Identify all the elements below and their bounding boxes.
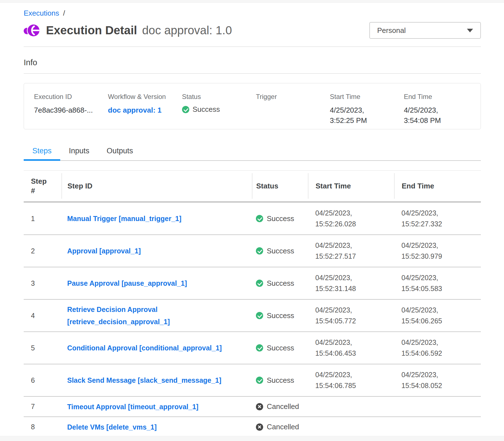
info-label: Status <box>182 93 249 101</box>
info-label: Execution ID <box>34 93 101 101</box>
info-field-end-time: End Time 4/25/2023, 3:54:08 PM <box>404 93 478 129</box>
step-start-time: 04/25/2023, 15:52:31.148 <box>308 272 369 294</box>
chevron-down-icon <box>467 29 473 32</box>
status-success-icon <box>256 215 263 222</box>
workflow-brand-icon <box>24 22 40 38</box>
page-bottom-strip <box>0 436 504 441</box>
col-header-start-time: Start Time <box>316 181 351 191</box>
page-title-workflow-version: doc approval: 1.0 <box>142 24 232 37</box>
table-row: 3 Pause Approval [pause_approval_1] Succ… <box>24 267 481 300</box>
status-success-icon <box>182 106 189 113</box>
start-time-value: 4/25/2023, 3:52:25 PM <box>330 105 390 126</box>
workflow-version-link[interactable]: doc approval: 1 <box>108 106 161 114</box>
status-success-icon <box>256 377 263 384</box>
info-label: Trigger <box>256 93 323 101</box>
info-card: Execution ID 7e8ac396-a868-... Workflow … <box>24 83 481 129</box>
col-header-end-time: End Time <box>402 181 434 191</box>
breadcrumb-separator: / <box>63 9 65 18</box>
table-row: 2 Approval [approval_1] Success 04/25/20… <box>24 235 481 267</box>
tab-steps[interactable]: Steps <box>24 143 60 161</box>
info-label: End Time <box>404 93 471 101</box>
step-number: 2 <box>24 247 62 255</box>
title-left: Execution Detail doc approval: 1.0 <box>24 22 232 38</box>
status-cancelled-icon <box>256 403 263 410</box>
table-row: 7 Timeout Approval [timeout_approval_1] … <box>24 397 481 417</box>
scope-dropdown-value: Personal <box>377 26 406 35</box>
detail-tabs: Steps Inputs Outputs <box>24 143 481 161</box>
step-id-link[interactable]: Slack Send Message [slack_send_message_1… <box>67 376 221 384</box>
breadcrumb-executions-link[interactable]: Executions <box>24 9 59 18</box>
col-header-status: Status <box>256 181 278 191</box>
col-header-step-id: Step ID <box>67 181 93 191</box>
steps-table-header: Step # Step ID Status Start Time End Tim… <box>24 170 481 203</box>
step-number: 6 <box>24 376 62 384</box>
info-field-status: Status Success <box>182 93 256 129</box>
table-row: 5 Conditional Approval [conditional_appr… <box>24 332 481 364</box>
page-title: Execution Detail doc approval: 1.0 <box>46 24 232 37</box>
execution-detail-page: Executions / Execution Detail doc approv… <box>0 9 504 437</box>
execution-id-value: 7e8ac396-a868-... <box>34 105 94 115</box>
page-title-main: Execution Detail <box>46 24 137 37</box>
step-id-link[interactable]: Timeout Approval [timeout_approval_1] <box>67 403 198 411</box>
tab-inputs[interactable]: Inputs <box>60 143 98 161</box>
step-status-label: Cancelled <box>267 423 299 431</box>
step-end-time: 04/25/2023, 15:54:06.265 <box>394 305 455 326</box>
step-start-time: 04/25/2023, 15:52:27.517 <box>308 240 369 262</box>
step-number: 7 <box>24 403 62 411</box>
table-row: 8 Delete VMs [delete_vms_1] Cancelled <box>24 417 481 437</box>
step-status-label: Success <box>267 279 294 288</box>
table-row: 4 Retrieve Decision Approval [retrieve_d… <box>24 300 481 332</box>
step-start-time: 04/25/2023, 15:54:06.785 <box>308 369 369 391</box>
table-row: 6 Slack Send Message [slack_send_message… <box>24 364 481 397</box>
step-end-time: 04/25/2023, 15:54:06.592 <box>394 337 455 359</box>
step-status-label: Success <box>267 214 294 223</box>
table-row: 1 Manual Trigger [manual_trigger_1] Succ… <box>24 203 481 235</box>
info-field-workflow-version: Workflow & Version doc approval: 1 <box>108 93 182 129</box>
step-id-link[interactable]: Delete VMs [delete_vms_1] <box>67 423 157 431</box>
title-divider <box>24 47 481 47</box>
info-label: Start Time <box>330 93 397 101</box>
step-start-time: 04/25/2023, 15:54:06.453 <box>308 337 369 359</box>
step-number: 8 <box>24 423 62 431</box>
step-id-link[interactable]: Retrieve Decision Approval [retrieve_dec… <box>67 306 170 326</box>
step-number: 4 <box>24 312 62 320</box>
info-section-title: Info <box>24 58 481 67</box>
step-number: 1 <box>24 215 62 223</box>
status-success-icon <box>256 344 263 352</box>
step-number: 3 <box>24 279 62 287</box>
step-id-link[interactable]: Conditional Approval [conditional_approv… <box>67 344 222 352</box>
end-time-value: 4/25/2023, 3:54:08 PM <box>404 105 464 126</box>
step-start-time: 04/25/2023, 15:54:05.772 <box>308 305 369 326</box>
scope-dropdown[interactable]: Personal <box>369 22 481 39</box>
step-status-label: Success <box>267 247 294 255</box>
breadcrumb: Executions / <box>24 9 481 18</box>
step-end-time: 04/25/2023, 15:52:27.332 <box>394 208 455 229</box>
status-success-icon <box>256 247 263 255</box>
step-end-time: 04/25/2023, 15:52:30.979 <box>394 240 455 262</box>
step-end-time: 04/25/2023, 15:54:08.052 <box>394 369 455 391</box>
step-id-link[interactable]: Manual Trigger [manual_trigger_1] <box>67 215 181 222</box>
title-row: Execution Detail doc approval: 1.0 Perso… <box>24 22 481 39</box>
info-label: Workflow & Version <box>108 93 175 101</box>
col-header-step-num: Step # <box>31 176 50 195</box>
step-id-link[interactable]: Approval [approval_1] <box>67 247 141 255</box>
step-status-label: Success <box>267 344 294 352</box>
step-end-time: 04/25/2023, 15:54:05.583 <box>394 272 455 294</box>
status-success-icon <box>256 312 263 319</box>
tab-outputs[interactable]: Outputs <box>98 143 142 161</box>
page-top-strip <box>0 0 504 3</box>
step-status-label: Success <box>267 311 294 320</box>
status-cancelled-icon <box>256 423 263 431</box>
info-field-execution-id: Execution ID 7e8ac396-a868-... <box>34 93 108 129</box>
step-status-label: Cancelled <box>267 402 299 411</box>
info-field-trigger: Trigger <box>256 93 330 129</box>
status-success-icon <box>256 280 263 287</box>
info-field-start-time: Start Time 4/25/2023, 3:52:25 PM <box>330 93 404 129</box>
step-number: 5 <box>24 344 62 352</box>
info-divider <box>24 73 481 74</box>
steps-table: Step # Step ID Status Start Time End Tim… <box>24 170 481 437</box>
step-start-time: 04/25/2023, 15:52:26.028 <box>308 208 369 229</box>
step-status-label: Success <box>267 376 294 385</box>
step-id-link[interactable]: Pause Approval [pause_approval_1] <box>67 279 187 287</box>
execution-status-value: Success <box>193 105 220 114</box>
